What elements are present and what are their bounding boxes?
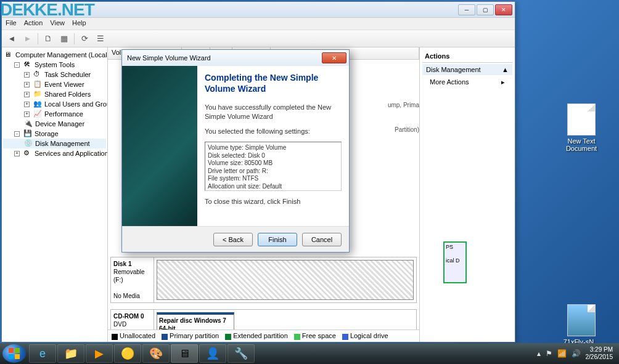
system-tray: ▴ ⚑ 📶 🔊 3:29 PM 2/26/2015: [537, 346, 617, 361]
disk1-block[interactable]: Disk 1 Removable (F:) No Media: [110, 257, 417, 303]
clock[interactable]: 3:29 PM 2/26/2015: [586, 346, 613, 361]
menu-view[interactable]: View: [50, 19, 65, 28]
taskbar-app2[interactable]: 🔧: [228, 344, 255, 363]
setting-row: Volume label: Recovery: [208, 190, 338, 191]
wizard-settings-list[interactable]: Volume type: Simple Volume Disk selected…: [205, 142, 342, 191]
file-icon: [567, 103, 596, 135]
tree-event-viewer[interactable]: +📋Event Viewer: [3, 79, 106, 89]
svg-rect-1: [15, 348, 20, 353]
menu-file[interactable]: File: [6, 19, 17, 28]
actions-header: Actions: [422, 50, 512, 63]
tree-performance[interactable]: +📈Performance: [3, 109, 106, 119]
setting-row: Volume size: 80500 MB: [208, 160, 338, 168]
maximize-button[interactable]: ▢: [477, 4, 494, 15]
menu-action[interactable]: Action: [24, 19, 43, 28]
folder-icon: 📁: [33, 90, 42, 99]
toolbar-button[interactable]: 🗋: [42, 33, 54, 45]
legend-extended-swatch: [225, 334, 231, 340]
services-icon: ⚙: [23, 149, 32, 158]
volume-icon[interactable]: 🔊: [572, 349, 581, 358]
legend-primary-swatch: [162, 334, 168, 340]
expand-icon[interactable]: +: [14, 151, 20, 156]
legend: Unallocated Primary partition Extended p…: [108, 330, 419, 342]
tree-device-manager[interactable]: 🔌Device Manager: [3, 119, 106, 129]
tools-icon: 🛠: [23, 60, 32, 69]
minimize-button[interactable]: ─: [458, 4, 475, 15]
collapse-icon[interactable]: -: [14, 131, 20, 137]
new-simple-volume-wizard: New Simple Volume Wizard ✕ Completing th…: [121, 49, 350, 253]
folder-icon: 📁: [64, 347, 78, 360]
mgmt-icon: 🖥: [179, 347, 190, 360]
clock-time: 3:29 PM: [586, 346, 613, 354]
finish-button[interactable]: Finish: [258, 233, 297, 246]
taskbar-media[interactable]: ▶: [86, 344, 113, 363]
app-icon: 🔧: [234, 347, 248, 360]
tree-task-scheduler[interactable]: +⏱Task Scheduler: [3, 70, 106, 79]
start-button[interactable]: [2, 344, 26, 363]
cancel-button[interactable]: Cancel: [302, 233, 342, 246]
partition-fragment[interactable]: PS ical D: [443, 241, 467, 283]
flag-icon[interactable]: ⚑: [546, 349, 552, 358]
back-button[interactable]: ◄: [6, 33, 18, 45]
taskbar-paint[interactable]: 🎨: [142, 344, 170, 363]
app-icon: 👤: [206, 347, 219, 360]
setting-row: Disk selected: Disk 0: [208, 152, 338, 160]
wizard-heading: Completing the New Simple Volume Wizard: [205, 72, 342, 94]
disk-icon: 💿: [24, 139, 33, 148]
row-fragment: ump, Prima: [388, 102, 419, 108]
watermark-logo: DEKKE.NET: [0, 0, 94, 20]
tree-shared-folders[interactable]: +📁Shared Folders: [3, 89, 106, 99]
more-actions[interactable]: More Actions▸: [422, 76, 512, 88]
toolbar-button[interactable]: ☰: [94, 33, 107, 45]
svg-rect-2: [9, 354, 14, 359]
tree-storage[interactable]: -💾Storage: [3, 129, 106, 139]
actions-section[interactable]: Disk Management▲: [422, 64, 512, 75]
wizard-titlebar[interactable]: New Simple Volume Wizard ✕: [122, 50, 349, 66]
expand-icon[interactable]: +: [24, 82, 30, 87]
tree-system-tools[interactable]: -🛠System Tools: [3, 60, 106, 70]
disk1-empty[interactable]: [157, 260, 414, 300]
expand-icon[interactable]: +: [24, 102, 30, 107]
close-button[interactable]: ✕: [495, 4, 512, 15]
forward-button[interactable]: ►: [22, 33, 34, 45]
desktop-icon-image[interactable]: 71xFly-sN...: [560, 304, 603, 346]
expand-icon[interactable]: +: [24, 72, 30, 78]
tree-local-users[interactable]: +👥Local Users and Groups: [3, 99, 106, 109]
taskbar-mgmt[interactable]: 🖥: [171, 344, 198, 363]
row-fragment: Partition): [395, 126, 419, 133]
wizard-close-button[interactable]: ✕: [322, 52, 346, 63]
taskbar-app[interactable]: 👤: [199, 344, 226, 363]
legend-logical-swatch: [342, 334, 348, 340]
cdrom-partition[interactable]: Repair disc Windows 7 64-bit 165 MB UDF …: [157, 312, 234, 330]
wizard-title: New Simple Volume Wizard: [127, 54, 211, 62]
taskbar-ie[interactable]: e: [29, 344, 56, 363]
toolbar-button[interactable]: ▦: [58, 33, 70, 45]
computer-icon: 🖥: [4, 51, 13, 59]
desktop-icon-text-doc[interactable]: New Text Document: [560, 103, 603, 152]
wizard-success-text: You have successfully completed the New …: [205, 103, 342, 121]
wizard-side-graphic: [122, 66, 197, 226]
taskbar-explorer[interactable]: 📁: [57, 344, 84, 363]
back-button[interactable]: < Back: [213, 233, 253, 246]
storage-icon: 💾: [23, 129, 32, 138]
cdrom-info: CD-ROM 0 DVD 165 MB Online: [111, 310, 154, 330]
refresh-button[interactable]: ⟳: [78, 33, 91, 45]
tree-root[interactable]: 🖥Computer Management (Local: [3, 50, 106, 60]
tray-chevron-icon[interactable]: ▴: [537, 349, 541, 358]
taskbar-chrome[interactable]: 🟡: [114, 344, 141, 363]
desktop-icon-label: New Text Document: [560, 137, 603, 152]
setting-row: File system: NTFS: [208, 175, 338, 183]
menu-help[interactable]: Help: [72, 19, 86, 28]
navigation-tree: 🖥Computer Management (Local -🛠System Too…: [2, 47, 108, 342]
chrome-icon: 🟡: [121, 347, 134, 360]
network-icon[interactable]: 📶: [557, 349, 567, 358]
wizard-button-row: < Back Finish Cancel: [122, 226, 349, 252]
expand-icon[interactable]: +: [24, 111, 30, 117]
expand-icon[interactable]: +: [24, 92, 30, 97]
cdrom-block[interactable]: CD-ROM 0 DVD 165 MB Online Repair disc W…: [110, 309, 417, 330]
tree-disk-management[interactable]: 💿Disk Management: [3, 139, 106, 148]
device-icon: 🔌: [24, 119, 33, 128]
collapse-icon[interactable]: -: [14, 62, 20, 68]
tree-services[interactable]: +⚙Services and Applications: [3, 148, 106, 158]
clock-date: 2/26/2015: [586, 354, 613, 361]
